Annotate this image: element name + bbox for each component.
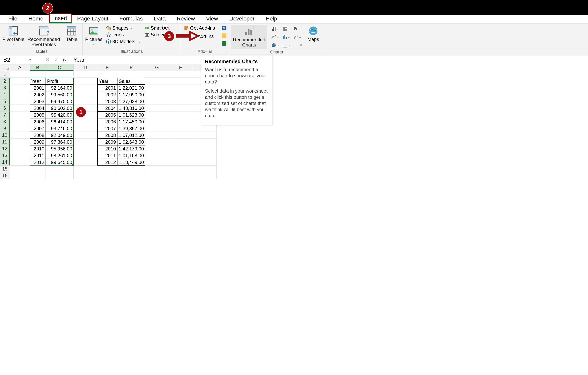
- cell[interactable]: 2012: [30, 159, 46, 166]
- row-header[interactable]: 2: [0, 78, 10, 84]
- cell[interactable]: 99,560.00: [46, 91, 74, 98]
- cell[interactable]: [30, 172, 46, 179]
- cell[interactable]: [169, 159, 193, 166]
- cell[interactable]: [145, 172, 169, 179]
- line-chart-button[interactable]: ⌵: [270, 33, 280, 41]
- cell[interactable]: [10, 71, 30, 78]
- cell[interactable]: 2002: [30, 91, 46, 98]
- accept-formula-icon[interactable]: ✓: [54, 57, 58, 63]
- cell[interactable]: [145, 118, 169, 125]
- smartart-button[interactable]: SmartArt: [144, 25, 179, 31]
- cell[interactable]: [10, 112, 30, 118]
- cell[interactable]: [10, 145, 30, 152]
- cell[interactable]: [74, 166, 97, 172]
- cell[interactable]: [117, 166, 145, 172]
- cell[interactable]: [30, 166, 46, 172]
- column-header[interactable]: E: [97, 64, 117, 71]
- cell[interactable]: [145, 125, 169, 132]
- cell[interactable]: [145, 112, 169, 118]
- cell[interactable]: [97, 166, 117, 172]
- cell[interactable]: [46, 71, 74, 78]
- cell[interactable]: 2005: [97, 112, 117, 118]
- pie-chart-button[interactable]: ⌵: [270, 42, 280, 49]
- cell[interactable]: 2012: [97, 159, 117, 166]
- cell[interactable]: [145, 152, 169, 159]
- cell[interactable]: 1,22,021.00: [117, 84, 145, 91]
- cell[interactable]: 1,17,450.00: [117, 118, 145, 125]
- cell[interactable]: [74, 138, 97, 145]
- cell[interactable]: [10, 138, 30, 145]
- cell[interactable]: 2009: [30, 138, 46, 145]
- cell[interactable]: [74, 172, 97, 179]
- cell[interactable]: Year: [30, 78, 46, 84]
- cell[interactable]: [145, 159, 169, 166]
- shapes-button[interactable]: Shapes⌵: [105, 25, 141, 31]
- statistic-chart-button[interactable]: ⌵: [281, 33, 291, 41]
- cell[interactable]: Year: [97, 78, 117, 84]
- cell[interactable]: 1,42,179.00: [117, 145, 145, 152]
- table-button[interactable]: Table: [63, 25, 81, 43]
- cell[interactable]: 98,261.00: [46, 152, 74, 159]
- cell[interactable]: Profit: [46, 78, 74, 84]
- column-header[interactable]: F: [117, 64, 145, 71]
- cell[interactable]: [10, 118, 30, 125]
- cell[interactable]: 90,602.00: [46, 105, 74, 112]
- cell[interactable]: [10, 105, 30, 112]
- cell[interactable]: [169, 118, 193, 125]
- cell[interactable]: [193, 132, 217, 138]
- spreadsheet-grid[interactable]: ABCDEFGHI12YearProfitYearSales3200192,16…: [0, 64, 588, 179]
- visio-addin-icon[interactable]: V: [221, 25, 227, 32]
- cell[interactable]: [74, 91, 97, 98]
- cell[interactable]: 2002: [97, 91, 117, 98]
- tab-formulas[interactable]: Formulas: [114, 14, 148, 23]
- cell[interactable]: [74, 132, 97, 138]
- tab-data[interactable]: Data: [148, 14, 171, 23]
- cell[interactable]: [10, 78, 30, 84]
- cell[interactable]: 2008: [30, 132, 46, 138]
- cell[interactable]: 1,43,316.00: [117, 105, 145, 112]
- column-header[interactable]: C: [46, 64, 74, 71]
- tab-review[interactable]: Review: [171, 14, 200, 23]
- row-header[interactable]: 14: [0, 159, 10, 166]
- column-header[interactable]: H: [169, 64, 193, 71]
- combo-chart-button[interactable]: ⌵: [292, 33, 302, 41]
- cell[interactable]: [193, 152, 217, 159]
- cell[interactable]: Sales: [117, 78, 145, 84]
- cell[interactable]: [10, 84, 30, 91]
- cell[interactable]: [10, 91, 30, 98]
- row-header[interactable]: 13: [0, 152, 10, 159]
- row-header[interactable]: 15: [0, 166, 10, 172]
- recommended-charts-button[interactable]: ? Recommended Charts: [231, 25, 267, 49]
- cell[interactable]: [145, 145, 169, 152]
- cell[interactable]: 2006: [30, 118, 46, 125]
- cell[interactable]: 2011: [30, 152, 46, 159]
- cell[interactable]: [10, 125, 30, 132]
- cell[interactable]: 93,746.00: [46, 125, 74, 132]
- cell[interactable]: [74, 159, 97, 166]
- row-header[interactable]: 9: [0, 125, 10, 132]
- cell[interactable]: [46, 166, 74, 172]
- cell[interactable]: [169, 71, 193, 78]
- row-header[interactable]: 4: [0, 91, 10, 98]
- bing-maps-addin-icon[interactable]: [221, 33, 227, 40]
- name-box[interactable]: B2 ▾: [1, 56, 33, 64]
- row-header[interactable]: 12: [0, 145, 10, 152]
- tab-view[interactable]: View: [200, 14, 224, 23]
- row-header[interactable]: 7: [0, 112, 10, 118]
- cell[interactable]: [74, 78, 97, 84]
- column-header[interactable]: B: [30, 64, 46, 71]
- cell[interactable]: [193, 138, 217, 145]
- cell[interactable]: [169, 152, 193, 159]
- cell[interactable]: [193, 166, 217, 172]
- pictures-button[interactable]: Pictures: [85, 25, 103, 46]
- cell[interactable]: [145, 132, 169, 138]
- cell[interactable]: [145, 105, 169, 112]
- cell[interactable]: [97, 71, 117, 78]
- cell[interactable]: [10, 98, 30, 105]
- cell[interactable]: 1,02,643.00: [117, 138, 145, 145]
- cell[interactable]: 2006: [97, 118, 117, 125]
- scatter-chart-button[interactable]: ⌵: [281, 42, 291, 49]
- formula-input[interactable]: [71, 56, 588, 64]
- dialog-launcher[interactable]: [292, 42, 302, 49]
- cell[interactable]: 1,17,090.00: [117, 91, 145, 98]
